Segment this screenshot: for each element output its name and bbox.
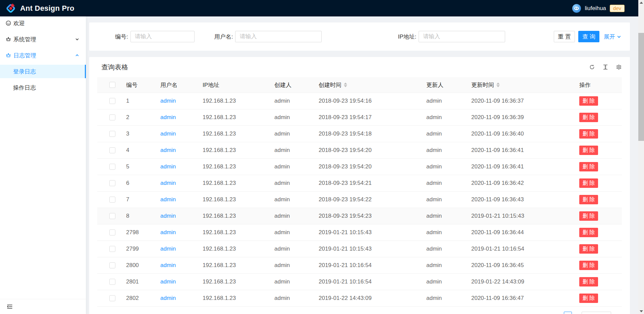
username-link[interactable]: admin bbox=[160, 213, 176, 219]
ip-input[interactable] bbox=[419, 31, 505, 42]
sidebar-item-system-mgmt[interactable]: 系统管理 bbox=[0, 33, 86, 46]
cell-actions: 删 除 bbox=[574, 261, 622, 270]
id-input[interactable] bbox=[130, 31, 195, 42]
username-link[interactable]: admin bbox=[160, 130, 176, 137]
scrollbar-thumb[interactable] bbox=[638, 33, 644, 141]
cell-created-time: 2018-09-23 19:54:20 bbox=[313, 163, 421, 170]
row-select-cell bbox=[97, 295, 121, 301]
username-link[interactable]: admin bbox=[160, 278, 176, 285]
row-checkbox[interactable] bbox=[109, 246, 115, 252]
logo[interactable]: Ant Design Pro bbox=[5, 3, 74, 14]
header-user-area[interactable]: liufeihua dev bbox=[572, 4, 625, 13]
row-checkbox[interactable] bbox=[109, 131, 115, 137]
delete-button[interactable]: 删 除 bbox=[579, 96, 598, 106]
reset-button[interactable]: 重 置 bbox=[554, 31, 575, 42]
cell-actions: 删 除 bbox=[574, 244, 622, 254]
sidebar-item-welcome[interactable]: 欢迎 bbox=[0, 16, 86, 30]
cell-username: admin bbox=[155, 180, 197, 187]
scroll-down-arrow-icon[interactable] bbox=[640, 310, 643, 312]
cell-actions: 删 除 bbox=[574, 146, 622, 155]
sort-carets-icon[interactable] bbox=[344, 83, 347, 87]
delete-button[interactable]: 删 除 bbox=[579, 294, 598, 303]
column-header-ip: IP地址 bbox=[197, 81, 269, 89]
delete-button[interactable]: 删 除 bbox=[579, 261, 598, 270]
cell-username: admin bbox=[155, 213, 197, 219]
row-checkbox[interactable] bbox=[109, 197, 115, 203]
form-item-id: 编号: bbox=[115, 31, 195, 42]
username-link[interactable]: admin bbox=[160, 114, 176, 121]
username-link[interactable]: admin bbox=[160, 229, 176, 236]
column-label: 创建人 bbox=[274, 81, 291, 89]
expand-link[interactable]: 展开 bbox=[604, 33, 621, 41]
row-checkbox[interactable] bbox=[109, 295, 115, 301]
delete-button[interactable]: 删 除 bbox=[579, 211, 598, 221]
cell-updater: admin bbox=[421, 295, 466, 302]
row-checkbox[interactable] bbox=[109, 147, 115, 153]
sidebar-footer bbox=[0, 299, 86, 314]
cell-id: 2 bbox=[121, 114, 155, 121]
row-checkbox[interactable] bbox=[109, 279, 115, 285]
column-header-updated[interactable]: 更新时间 bbox=[466, 81, 574, 89]
cell-updated-time: 2020-11-09 16:36:42 bbox=[466, 180, 574, 187]
select-all-checkbox[interactable] bbox=[109, 82, 115, 88]
menu-fold-icon[interactable] bbox=[7, 304, 13, 310]
cell-updated-time: 2020-11-09 16:36:40 bbox=[466, 130, 574, 137]
row-checkbox[interactable] bbox=[109, 114, 115, 120]
delete-button[interactable]: 删 除 bbox=[579, 277, 598, 286]
cell-ip: 192.168.1.23 bbox=[197, 295, 269, 302]
username-link[interactable]: admin bbox=[160, 163, 176, 170]
username-link[interactable]: admin bbox=[160, 147, 176, 154]
settings-gear-icon[interactable] bbox=[616, 64, 622, 70]
cell-ip: 192.168.1.23 bbox=[197, 229, 269, 236]
scroll-up-arrow-icon[interactable] bbox=[640, 2, 643, 4]
ant-design-logo-icon bbox=[5, 3, 16, 14]
column-header-created[interactable]: 创建时间 bbox=[313, 81, 421, 89]
username-link[interactable]: admin bbox=[160, 295, 176, 302]
row-checkbox[interactable] bbox=[109, 229, 115, 235]
column-label: IP地址 bbox=[203, 81, 219, 89]
sidebar-item-log-mgmt[interactable]: 日志管理 bbox=[0, 49, 86, 62]
row-checkbox[interactable] bbox=[109, 164, 115, 170]
username-link[interactable]: admin bbox=[160, 98, 176, 104]
sidebar-item-operation-log[interactable]: 操作日志 bbox=[0, 81, 86, 94]
column-label: 更新时间 bbox=[471, 81, 494, 89]
cell-updater: admin bbox=[421, 246, 466, 252]
row-select-cell bbox=[97, 131, 121, 137]
sidebar-item-label: 系统管理 bbox=[13, 36, 36, 43]
delete-button[interactable]: 删 除 bbox=[579, 113, 598, 122]
delete-button[interactable]: 删 除 bbox=[579, 146, 598, 155]
row-checkbox[interactable] bbox=[109, 262, 115, 268]
username-link[interactable]: admin bbox=[160, 180, 176, 187]
delete-button[interactable]: 删 除 bbox=[579, 228, 598, 237]
delete-button[interactable]: 删 除 bbox=[579, 178, 598, 188]
sidebar-item-login-log[interactable]: 登录日志 bbox=[0, 65, 86, 78]
cell-updated-time: 2020-11-09 16:36:47 bbox=[466, 295, 574, 302]
delete-button[interactable]: 删 除 bbox=[579, 129, 598, 139]
pagination-page-1-button[interactable] bbox=[564, 312, 572, 314]
query-button[interactable]: 查 询 bbox=[578, 31, 599, 42]
sort-carets-icon[interactable] bbox=[496, 83, 500, 87]
delete-button[interactable]: 删 除 bbox=[579, 195, 598, 204]
delete-button[interactable]: 删 除 bbox=[579, 162, 598, 171]
cell-ip: 192.168.1.23 bbox=[197, 180, 269, 187]
cell-id: 2799 bbox=[121, 246, 155, 252]
crown-icon bbox=[6, 37, 11, 42]
cell-updated-time: 2020-11-09 16:36:37 bbox=[466, 98, 574, 104]
delete-button[interactable]: 删 除 bbox=[579, 244, 598, 254]
row-checkbox[interactable] bbox=[109, 98, 115, 104]
page-size-select[interactable] bbox=[582, 312, 611, 314]
row-checkbox[interactable] bbox=[109, 180, 115, 186]
username-input[interactable] bbox=[235, 31, 322, 42]
vertical-scrollbar[interactable] bbox=[638, 0, 644, 314]
row-checkbox[interactable] bbox=[109, 213, 115, 219]
column-label: 更新人 bbox=[426, 81, 443, 89]
username-link[interactable]: admin bbox=[160, 246, 176, 252]
username-link[interactable]: admin bbox=[160, 262, 176, 269]
expand-label: 展开 bbox=[604, 33, 615, 41]
table-row: 2admin192.168.1.23admin2018-09-23 19:54:… bbox=[97, 109, 622, 126]
column-height-icon[interactable] bbox=[602, 64, 608, 70]
reload-icon[interactable] bbox=[589, 64, 595, 70]
row-select-cell bbox=[97, 229, 121, 235]
user-avatar[interactable] bbox=[572, 4, 581, 13]
username-link[interactable]: admin bbox=[160, 196, 176, 203]
